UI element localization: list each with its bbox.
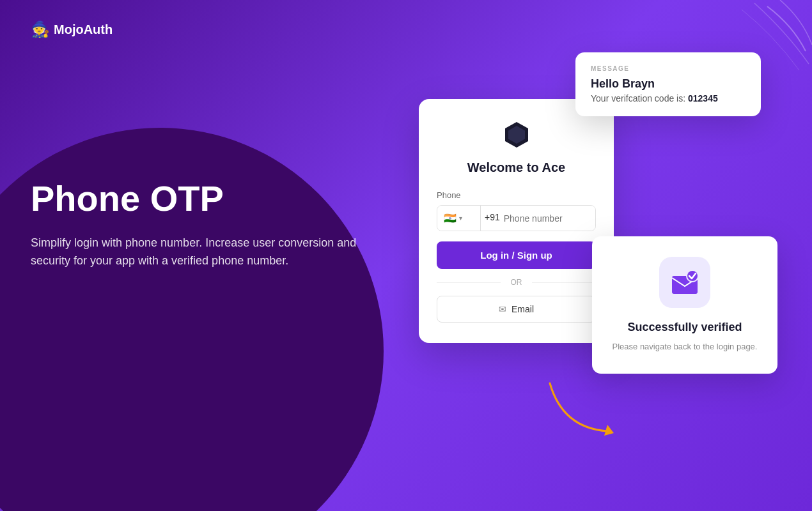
country-code: +91 <box>481 206 504 231</box>
arrow-decoration <box>543 377 620 441</box>
success-icon-wrapper <box>659 257 710 308</box>
message-body-prefix: Your verifcation code is: <box>591 93 685 103</box>
app-logo-container <box>437 119 596 150</box>
logo-icon: 🧙 <box>31 20 50 38</box>
message-greeting: Hello Brayn <box>591 77 746 91</box>
country-flag: 🇮🇳 <box>444 212 457 224</box>
verification-code: 012345 <box>688 93 718 103</box>
hero-description: Simplify login with phone number. Increa… <box>31 234 389 271</box>
message-label: MESSAGE <box>591 65 746 72</box>
success-description: Please navigate back to the login page. <box>607 340 762 353</box>
chevron-down-icon: ▾ <box>459 215 462 222</box>
login-card: Welcome to Ace Phone 🇮🇳 ▾ +91 Log in / S… <box>419 99 614 343</box>
logo: 🧙 MojoAuth <box>31 20 113 38</box>
phone-number-input[interactable] <box>504 206 596 231</box>
hero-title: Phone OTP <box>31 179 389 218</box>
message-notification-card: MESSAGE Hello Brayn Your verifcation cod… <box>575 52 761 116</box>
email-button[interactable]: ✉ Email <box>437 296 596 323</box>
success-title: Successfully verified <box>607 321 762 334</box>
login-signup-button[interactable]: Log in / Sign up <box>437 241 596 269</box>
email-label: Email <box>511 304 534 314</box>
phone-input-row: 🇮🇳 ▾ +91 <box>437 205 596 231</box>
app-hex-icon <box>501 119 532 150</box>
success-card: Successfully verified Please navigate ba… <box>592 236 777 374</box>
welcome-text: Welcome to Ace <box>437 160 596 175</box>
success-envelope-icon <box>669 267 700 298</box>
email-icon: ✉ <box>499 304 506 314</box>
phone-label: Phone <box>437 190 596 200</box>
or-divider: OR <box>437 278 596 287</box>
message-body: Your verifcation code is: 012345 <box>591 93 746 103</box>
country-selector[interactable]: 🇮🇳 ▾ <box>437 206 481 231</box>
brand-name: MojoAuth <box>54 22 113 37</box>
hero-content: Phone OTP Simplify login with phone numb… <box>31 179 389 270</box>
